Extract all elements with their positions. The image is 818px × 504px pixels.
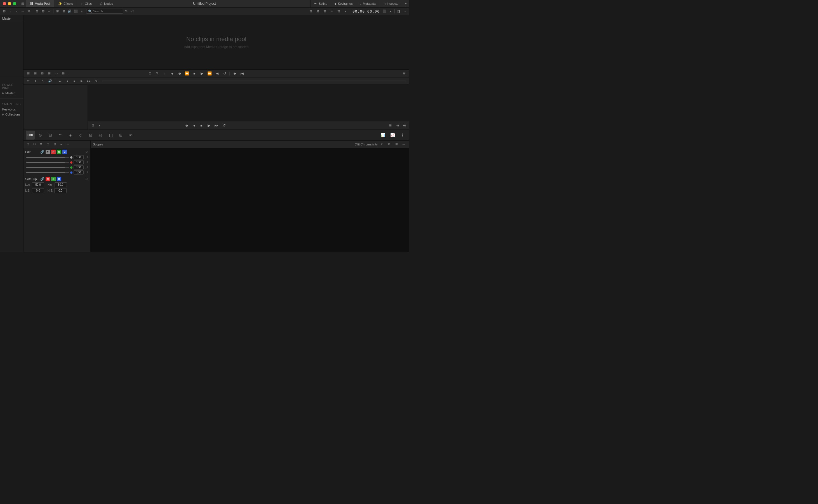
cp-more-btn[interactable]: ··· (65, 141, 71, 147)
options-button[interactable]: ▾ (79, 8, 85, 14)
nav-back-button[interactable]: ‹ (7, 8, 13, 14)
mini-prev-btn[interactable]: ◂ (191, 122, 197, 129)
slider-track-blue[interactable] (26, 172, 69, 173)
viewer-toggle-2[interactable]: ⊠ (315, 8, 321, 14)
info-btn[interactable]: ℹ (398, 131, 407, 140)
slider-value-blue[interactable] (74, 170, 84, 175)
pb-cursor-dropdown[interactable]: ▾ (32, 78, 39, 84)
sc-channel-btn-b[interactable]: B (57, 177, 61, 181)
panel-toggle-button[interactable]: ⊟ (1, 8, 7, 14)
maximize-button[interactable] (13, 2, 16, 5)
soft-clip-link-icon[interactable]: 🔗 (40, 177, 44, 181)
tab-nodes[interactable]: ⬡ Nodes (96, 0, 117, 7)
channel-btn-g[interactable]: G (57, 150, 61, 154)
stop-button[interactable]: ■ (191, 70, 198, 77)
more-tools-button[interactable]: ··· (402, 8, 408, 14)
tab-keyframes[interactable]: ◆ Keyframes (331, 0, 356, 7)
blur-btn[interactable]: ◫ (106, 131, 115, 140)
slider-track-red[interactable] (26, 162, 69, 163)
viewer-ctrl-knob[interactable]: ⚙ (154, 70, 160, 77)
play-button[interactable]: ▶ (199, 70, 205, 77)
pb-prev-btn[interactable]: ◂ (64, 78, 70, 84)
viewer-ctrl-4[interactable]: ⊞ (46, 70, 52, 77)
power-window-btn[interactable]: ◇ (76, 131, 85, 140)
sidebar-item-master[interactable]: ▶ Master (0, 91, 23, 96)
pb-loop-btn[interactable]: ↺ (93, 78, 99, 84)
slider-value-white[interactable] (74, 155, 84, 159)
display-button[interactable]: ⬛ (73, 8, 79, 14)
channel-btn-y[interactable]: Y (46, 150, 50, 154)
loop-button[interactable]: ↺ (221, 70, 228, 77)
vbb-skip-end[interactable]: ⏭ (401, 122, 407, 128)
vbb-crop-btn[interactable]: ⊠ (387, 122, 393, 128)
viewer-ctrl-3[interactable]: ⊡ (39, 70, 45, 77)
tracker-btn[interactable]: ⊡ (86, 131, 95, 140)
vbb-size-btn[interactable]: ⊡ (90, 122, 96, 128)
timecode-color[interactable]: ⬛ (381, 8, 387, 14)
vbb-skip-start[interactable]: ⏮ (394, 122, 400, 128)
slider-value-red[interactable] (74, 160, 84, 164)
fast-forward-button[interactable]: ⏭ (214, 70, 220, 77)
viewer-toggle-3[interactable]: ⊞ (322, 8, 328, 14)
skip-end-button[interactable]: ⏭ (239, 70, 245, 77)
audio-button[interactable]: 🔊 (67, 8, 73, 14)
close-button[interactable] (3, 2, 6, 5)
overflow-button[interactable]: ··· (20, 8, 26, 14)
magic-mask-btn[interactable]: ◎ (96, 131, 105, 140)
cp-flag-btn[interactable]: ⚑ (38, 141, 44, 147)
slider-track-green[interactable] (26, 167, 69, 168)
channel-btn-r[interactable]: R (51, 150, 56, 154)
nav-forward-button[interactable]: › (13, 8, 20, 14)
tab-metadata[interactable]: ≡ Metadata (356, 0, 379, 7)
viewer-ctrl-6[interactable]: ⊟ (60, 70, 66, 77)
sidebar-item-collections[interactable]: ▶ Collections (0, 112, 23, 117)
3d-btn[interactable]: 3D (126, 131, 135, 140)
pb-back-btn[interactable]: ⏮ (57, 78, 63, 84)
tab-spline[interactable]: 〜 Spline (311, 0, 331, 7)
tab-effects[interactable]: ✨ Effects (54, 0, 77, 7)
ls-value-field[interactable] (32, 188, 44, 193)
sidebar-item-keywords[interactable]: Keywords (0, 107, 23, 112)
clip-size-button[interactable]: ⊠ (60, 8, 67, 14)
tab-inspector[interactable]: ◫ Inspector (379, 0, 403, 7)
vbb-size-dropdown[interactable]: ▾ (97, 122, 103, 128)
slider-reset-red[interactable]: ↺ (85, 161, 89, 164)
edit-reset-btn[interactable]: ↺ (84, 150, 89, 154)
pb-play-btn[interactable]: ▶ (79, 78, 85, 84)
color-wheels-btn[interactable]: ⊙ (36, 131, 45, 140)
scopes-mode-dropdown[interactable]: ▾ (379, 141, 385, 147)
key-btn[interactable]: ⊞ (116, 131, 125, 140)
viewer-dropdown[interactable]: ▾ (343, 8, 349, 14)
pb-cursor-btn[interactable]: ✏ (25, 78, 31, 84)
pb-audio-btn[interactable]: 🔊 (47, 78, 53, 84)
scopes-btn[interactable]: 📈 (388, 131, 397, 140)
qualifier-btn[interactable]: ◈ (66, 131, 75, 140)
prev-frame-button[interactable]: ‹ (161, 70, 168, 77)
cp-toggle-btn[interactable]: ⊞ (51, 141, 58, 147)
hs-value-field[interactable] (54, 188, 67, 193)
high-value-field[interactable] (55, 182, 67, 187)
more-options-button[interactable]: ▾ (403, 1, 409, 7)
prev-button[interactable]: ◂ (168, 70, 175, 77)
filter-button[interactable]: ⊞ (54, 8, 60, 14)
scopes-more-btn[interactable]: ··· (401, 141, 407, 147)
viewer-toggle-1[interactable]: ⊟ (308, 8, 314, 14)
slider-reset-white[interactable]: ↺ (85, 156, 89, 159)
color-mode-button[interactable]: ◨ (396, 8, 402, 14)
slider-value-green[interactable] (74, 165, 84, 169)
viewer-toggle-5[interactable]: ⊟ (336, 8, 342, 14)
slider-reset-green[interactable]: ↺ (85, 166, 89, 169)
tab-media-pool[interactable]: 🎞 Media Pool (26, 0, 54, 7)
tab-clips[interactable]: ◻ Clips (77, 0, 96, 7)
timecode-options[interactable]: ▾ (387, 8, 394, 14)
scopes-expand-btn[interactable]: ⊞ (393, 141, 399, 147)
channel-btn-b[interactable]: B (62, 150, 67, 154)
close-panel-button[interactable]: ✕ (26, 8, 32, 14)
cp-view-btn[interactable]: ⊟ (25, 141, 31, 147)
viewer-ctrl-5[interactable]: ▭ (53, 70, 59, 77)
waveform-btn[interactable]: 📊 (378, 131, 387, 140)
pb-scrubber[interactable] (102, 81, 406, 81)
pb-stop-btn[interactable]: ■ (71, 78, 77, 84)
viewer-ctrl-adj[interactable]: ⊡ (147, 70, 153, 77)
scopes-settings-btn[interactable]: ⚙ (386, 141, 392, 147)
